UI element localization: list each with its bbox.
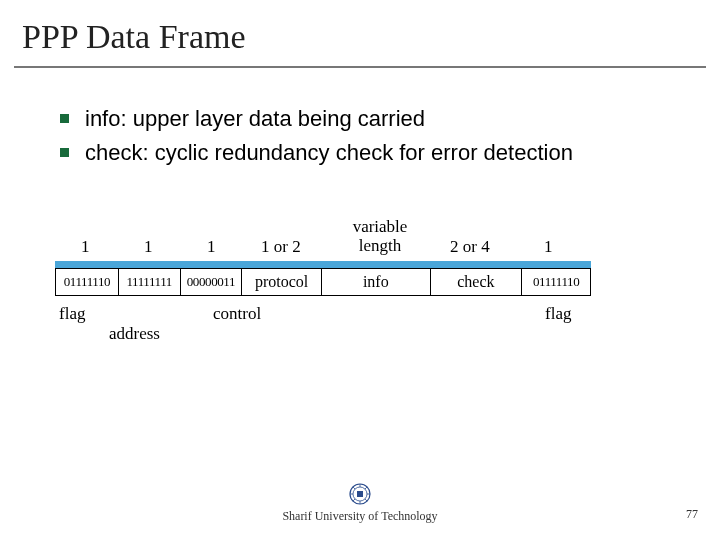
field-cell: 00000011 [181,269,243,295]
field-label: address [109,324,160,344]
size-label: variable length [335,218,425,255]
bullet-text: check: cyclic redundancy check for error… [85,138,573,168]
field-label: flag [545,304,571,324]
bullet-icon [60,148,69,157]
field-cell: 01111110 [522,269,590,295]
field-cell: 01111110 [56,269,119,295]
bullet-item: info: upper layer data being carried [60,104,690,134]
page-number: 77 [686,507,698,522]
footer-text: Sharif University of Technology [282,509,437,523]
field-cell: check [431,269,523,295]
bullet-list: info: upper layer data being carried che… [0,68,720,167]
svg-rect-10 [357,491,363,497]
bullet-icon [60,114,69,123]
svg-line-6 [353,487,355,489]
svg-line-7 [365,499,367,501]
size-label: 1 [544,237,553,257]
frame-fields: 01111110 11111111 00000011 protocol info… [55,268,591,296]
field-cell: info [322,269,431,295]
size-label: 1 or 2 [261,237,301,257]
footer: Sharif University of Technology [0,482,720,524]
bullet-item: check: cyclic redundancy check for error… [60,138,690,168]
size-label: 1 [81,237,90,257]
byte-size-labels: 1 1 1 1 or 2 variable length 2 or 4 1 [55,215,645,261]
size-label: 1 [144,237,153,257]
svg-line-9 [365,487,367,489]
field-label: flag [59,304,85,324]
field-name-labels: flag address control flag [55,296,645,356]
svg-line-8 [353,499,355,501]
field-cell: 11111111 [119,269,181,295]
size-label: 1 [207,237,216,257]
field-cell: protocol [242,269,322,295]
frame-diagram: 1 1 1 1 or 2 variable length 2 or 4 1 01… [55,215,645,356]
field-label: control [213,304,261,324]
diagram-top-bar [55,261,591,268]
university-logo-icon [348,482,372,506]
slide: PPP Data Frame info: upper layer data be… [0,0,720,540]
slide-title: PPP Data Frame [0,0,720,64]
size-label: 2 or 4 [450,237,490,257]
bullet-text: info: upper layer data being carried [85,104,425,134]
